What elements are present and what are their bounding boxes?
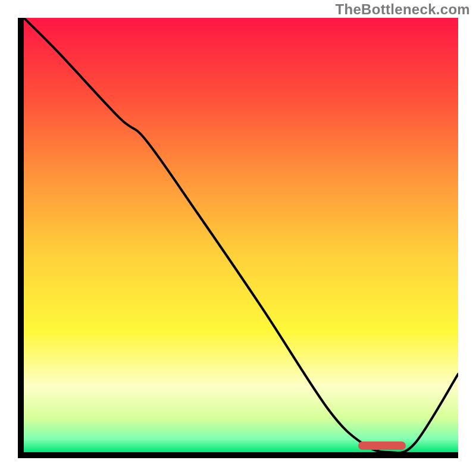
axes <box>18 18 458 458</box>
y-axis <box>18 18 24 458</box>
watermark: TheBottleneck.com <box>336 1 470 18</box>
chart-container: TheBottleneck.com <box>0 0 476 476</box>
x-axis <box>18 452 458 458</box>
